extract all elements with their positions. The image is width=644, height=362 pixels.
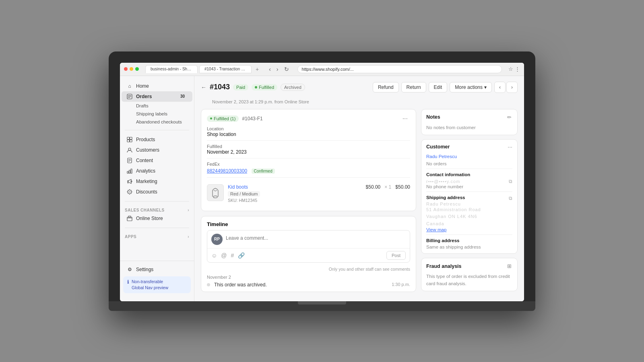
sidebar-item-settings[interactable]: ⚙ Settings [122,264,192,275]
emoji-icon[interactable]: ☺ [211,252,217,259]
home-icon: ⌂ [126,83,133,89]
fulfilled-row: Fulfilled November 2, 2023 [207,144,410,155]
badge-archived: Archived [281,84,305,91]
sidebar-item-home[interactable]: ⌂ Home [122,81,192,91]
sidebar-item-marketing[interactable]: Marketing [122,176,192,187]
mention-icon[interactable]: @ [221,252,227,259]
sidebar-item-online-store[interactable]: Online Store [122,213,192,224]
tracking-row: FedEx 882449810003300 Confirmed [207,162,410,174]
link-icon[interactable]: 🔗 [238,252,245,259]
product-price-col: $50.00 × 1 $50.00 [366,184,410,190]
shipping-name: Radu Petrescu [426,202,512,206]
order-nav-arrows: ‹ › [494,82,518,93]
fraud-title: Fraud analysis [426,263,462,269]
customers-icon [126,147,133,153]
browser-menu-button[interactable]: ⋮ [515,66,520,72]
content-icon [126,157,133,164]
browser-tab-2[interactable]: #1043 - Transaction Revie... [199,65,252,73]
product-thumbnail [207,184,224,201]
new-tab-button[interactable]: + [253,65,261,73]
fraud-text: This type of order is excluded from cred… [426,274,510,286]
sidebar-item-discounts[interactable]: Discounts [122,187,192,197]
customer-name-link[interactable]: Radu Petrescu [426,154,457,159]
copy-email-button[interactable]: ⧉ [509,179,512,184]
notes-card: Notes ✏ No notes from customer [421,109,518,135]
timeline-events: November 2 This order was archived. 1:30… [207,275,410,288]
fulfilled-badge: Fulfilled (1) [207,115,239,122]
sidebar-item-customers[interactable]: Customers [122,145,192,155]
return-button[interactable]: Return [401,82,426,93]
sidebar-item-drafts[interactable]: Drafts [122,102,192,110]
browser-star-button[interactable]: ☆ [508,66,513,72]
fedex-label: FedEx [207,162,410,167]
customer-no-orders: No orders [426,161,512,166]
tracking-number-link[interactable]: 882449810003300 [207,168,247,174]
svg-point-18 [129,191,129,191]
svg-rect-5 [130,137,132,140]
comment-input[interactable] [226,234,406,243]
svg-rect-4 [127,137,130,140]
apps-chevron[interactable]: › [188,234,189,239]
product-qty: × 1 [384,184,391,190]
view-map-link[interactable]: View map [426,227,512,232]
fulfillment-id: #1043-F1 [242,116,262,121]
sidebar-item-orders[interactable]: Orders 30 [122,91,192,102]
orders-icon [126,93,133,100]
sidebar-item-content[interactable]: Content [122,155,192,166]
svg-rect-7 [130,140,132,142]
sidebar-item-shipping-labels[interactable]: Shipping labels [122,110,192,118]
confirmed-badge: Confirmed [252,169,275,174]
shipping-address-title: Shipping address [426,195,465,200]
svg-rect-14 [129,170,130,173]
fulfilled-dot [255,86,257,88]
fulfillment-card: Fulfilled (1) #1043-F1 ··· Location Shop… [201,109,416,211]
non-transferable-banner[interactable]: ℹ Non-transferableGlobal Nav preview [123,276,191,293]
timeline-dot [207,283,210,286]
copy-shipping-button[interactable]: ⧉ [509,195,512,201]
more-actions-button[interactable]: More actions ▾ [450,82,492,93]
sales-channels-chevron[interactable]: › [188,208,189,212]
product-details: Kid boots Red / Medium SKU: HM12345 [228,184,362,203]
product-total: $50.00 [395,184,410,190]
edit-button[interactable]: Edit [429,82,448,93]
badge-paid: Paid [233,84,248,90]
order-subtitle: November 2, 2023 at 1:29 p.m. from Onlin… [212,99,518,104]
sidebar-item-products[interactable]: Products [122,134,192,145]
refund-button[interactable]: Refund [373,82,399,93]
customer-card: Customer ··· Radu Petrescu No orders [421,139,518,254]
orders-badge: 30 [178,94,188,99]
address-bar[interactable]: https://www.shopify.com/... [297,65,502,73]
customer-no-phone: No phone number [426,184,512,189]
comment-avatar: RP [211,234,223,245]
browser-tab-1[interactable]: business-admin - Sho... [145,65,198,73]
fraud-detail-button[interactable]: ⊞ [506,262,512,270]
next-order-button[interactable]: › [506,82,518,93]
browser-back-button[interactable]: ‹ [267,65,273,73]
product-name-link[interactable]: Kid boots [228,184,362,190]
notes-text: No notes from customer [426,125,476,130]
online-store-icon [126,215,133,222]
product-price: $50.00 [366,184,381,190]
browser-refresh-button[interactable]: ↻ [282,65,291,73]
browser-forward-button[interactable]: › [275,65,281,73]
timeline-event: This order was archived. 1:30 p.m. [207,282,410,288]
sales-channels-label: Sales channels › [120,206,194,213]
svg-point-8 [128,148,131,150]
product-line: Kid boots Red / Medium SKU: HM12345 [207,181,410,206]
location-label: Location [207,126,410,131]
notes-edit-button[interactable]: ✏ [506,113,512,121]
main-content: ← #1043 Paid Fulfilled Archived Refund R… [194,76,524,301]
sidebar-item-abandoned-checkouts[interactable]: Abandoned checkouts [122,118,192,126]
svg-rect-13 [127,171,128,173]
hash-icon[interactable]: # [231,252,234,259]
shipping-address: 51 Administration Road Vaughan ON L4K 4N… [426,206,512,228]
sidebar-item-analytics[interactable]: Analytics [122,166,192,176]
info-icon: ℹ [127,279,129,286]
customer-menu-button[interactable]: ··· [508,144,512,150]
post-button[interactable]: Post [386,251,406,260]
products-icon [126,136,133,143]
order-back-button[interactable]: ← [201,84,206,90]
comment-box: RP ☺ @ # 🔗 Post [207,230,410,263]
prev-order-button[interactable]: ‹ [494,82,506,93]
fulfillment-menu-button[interactable]: ··· [400,114,410,123]
